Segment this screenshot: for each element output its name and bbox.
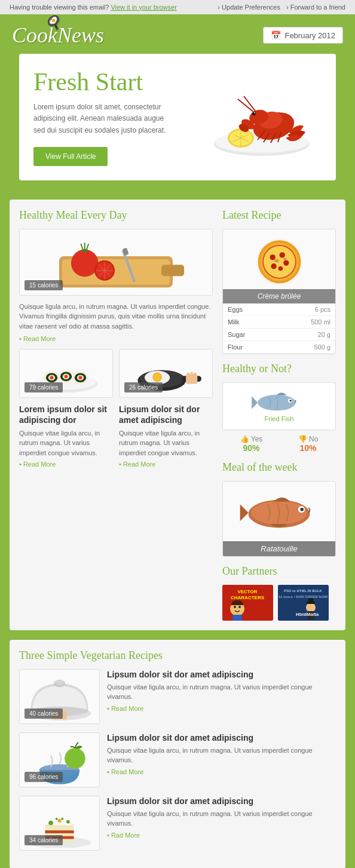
card-1-text: Quisque vitae ligula arcu, in rutrum mag… (19, 428, 113, 458)
svg-point-106 (66, 820, 70, 823)
svg-point-25 (71, 250, 99, 277)
card-1: 79 calories Lorem ipsum dolor sit adipis… (19, 349, 113, 468)
svg-point-89 (306, 603, 316, 612)
veg-item-2-text: Quisque vitae ligula arcu, in rutrum mag… (107, 746, 336, 765)
veg-item-3-read-more[interactable]: Rad More (107, 832, 140, 839)
meal-of-week-section: Meal of the week (222, 461, 336, 557)
logo: 🍳 CookNews (12, 23, 104, 48)
svg-text:12 mocs • $400  ORDER NOW: 12 mocs • $400 ORDER NOW (279, 595, 328, 599)
svg-point-64 (271, 263, 276, 269)
veg-item-3-image-box: 34 calories (19, 796, 100, 851)
svg-point-60 (264, 246, 295, 278)
ingredient-amount-sugar: 20 g (277, 328, 335, 341)
vote-yes-percent: 90% (240, 443, 263, 453)
veg-item-3-content: Lipsum dolor sit dor amet adipiscing Qui… (107, 796, 336, 839)
vote-no-percent: 10% (298, 443, 319, 453)
veg-item-1-text: Quisque vitae ligula arcu, in rutrum mag… (107, 682, 336, 702)
recipe-box: Crème brûlée Eggs 6 pcs Milk 500 ml Suga… (222, 229, 336, 354)
vote-row: 👍 Yes 90% 👎 No 10% (222, 435, 336, 453)
hero-image (202, 72, 322, 162)
right-column: Latest Recipe (222, 209, 336, 621)
svg-point-62 (279, 252, 284, 257)
calorie-badge-main: 15 calories (25, 280, 63, 290)
ingredient-name-sugar: Sugar (223, 328, 277, 341)
svg-point-72 (290, 400, 292, 401)
ratatouille-illustration (237, 489, 321, 533)
partner-vector-characters[interactable]: VECTOR CHARACTERS (222, 585, 273, 621)
svg-point-100 (65, 748, 85, 769)
ingredient-amount-milk: 500 ml (277, 315, 335, 328)
svg-point-52 (154, 374, 161, 381)
recipe-name-bar: Crème brûlée (223, 289, 335, 303)
card-2: 26 calories Lipsum dolor sit dor amet ad… (119, 349, 213, 468)
veg-item-2-content: Lipsum dolor sit dor amet adipiscing Qui… (107, 732, 336, 776)
view-full-article-button[interactable]: View Full Article (33, 147, 108, 166)
hero-title: Fresh Start (33, 68, 202, 96)
meal-week-name-bar: Ratatouille (223, 541, 335, 556)
partners-title: Our Partners (222, 565, 336, 578)
date-badge: 📅 February 2012 (263, 27, 343, 44)
partners-images: VECTOR CHARACTERS (222, 585, 336, 621)
svg-point-109 (61, 818, 63, 820)
two-cards: 79 calories Lorem ipsum dolor sit adipis… (19, 349, 213, 468)
header: 🍳 CookNews 📅 February 2012 (0, 14, 355, 54)
ingredient-row-flour: Flour 500 g (223, 341, 335, 353)
healthy-item-box: Fried Fish (222, 382, 336, 430)
veg-item-2-image-box: 96 calories (19, 732, 100, 787)
top-bar: Having trouble viewing this email? View … (0, 0, 355, 14)
partner-htmlmafia[interactable]: PSD to HTML IN BULK 12 mocs • $400 ORDER… (278, 585, 329, 621)
card-1-read-more[interactable]: Read More (19, 461, 56, 468)
svg-rect-54 (187, 373, 189, 378)
thumbs-up-icon: 👍 (240, 435, 249, 443)
card-2-text: Quisque vitae ligula arcu, in rutrum mag… (119, 428, 213, 458)
card-1-image-box: 79 calories (19, 349, 113, 398)
veg-item-2-read-more[interactable]: Read More (107, 768, 143, 775)
card-2-calorie-badge: 26 calories (124, 382, 163, 392)
veg-item-3-text: Quisque vitae ligula arcu, in rutrum mag… (107, 809, 336, 829)
svg-marker-70 (252, 396, 258, 409)
svg-point-83 (234, 606, 236, 608)
ingredient-name-milk: Milk (223, 315, 277, 328)
veg-item-3: 34 calories Lipsum dolor sit dor amet ad… (19, 796, 336, 851)
svg-point-84 (238, 606, 241, 608)
healthy-meal-title: Healthy Meal Every Day (19, 209, 213, 222)
veg-item-1-calorie: 40 calories (25, 708, 63, 719)
fish-illustration (249, 390, 309, 415)
hero-content: Fresh Start Lorem ipsum dolor sit amet, … (33, 68, 202, 166)
svg-text:HtmlMafia: HtmlMafia (296, 612, 319, 617)
healthy-or-not-section: Healthy or Not? (222, 363, 336, 453)
svg-point-63 (283, 260, 289, 266)
ingredient-name-flour: Flour (223, 341, 277, 353)
svg-point-97 (55, 679, 64, 685)
card-1-title: Lorem ipsum dolor sit adipiscing dor (19, 404, 113, 425)
forward-link[interactable]: Forward to a friend (286, 4, 345, 11)
veg-item-1-content: Lipsum dolor sit dor amet adipiscing Qui… (107, 669, 336, 713)
main-food-image-box: 15 calories (19, 229, 213, 296)
card-2-read-more[interactable]: Read More (119, 461, 155, 468)
svg-rect-22 (161, 265, 184, 277)
veg-item-1-read-more[interactable]: Read More (107, 705, 143, 712)
svg-rect-92 (308, 598, 313, 603)
svg-point-108 (56, 818, 58, 820)
hero-text: Lorem ipsum dolor sit amet, consectetur … (33, 102, 177, 136)
svg-text:PSD to HTML IN BULK: PSD to HTML IN BULK (284, 589, 323, 593)
healthy-item-label: Fried Fish (265, 415, 294, 422)
pizza-illustration (245, 234, 314, 284)
svg-point-77 (300, 508, 304, 511)
vote-yes: 👍 Yes 90% (240, 435, 263, 453)
view-in-browser-link[interactable]: View it in your browser (111, 4, 176, 11)
left-column: Healthy Meal Every Day (19, 209, 213, 621)
vector-characters-banner: VECTOR CHARACTERS (222, 585, 273, 621)
thumbs-down-icon: 👎 (298, 435, 307, 443)
veg-item-2-calorie: 96 calories (25, 772, 63, 782)
partners-section: Our Partners VECTOR CHARACTERS (222, 565, 336, 621)
main-content: Healthy Meal Every Day (10, 200, 345, 630)
svg-point-107 (58, 819, 62, 823)
two-col-layout: Healthy Meal Every Day (19, 209, 336, 621)
svg-rect-85 (232, 615, 242, 621)
update-prefs-link[interactable]: Update Preferences (218, 4, 280, 11)
svg-point-105 (48, 820, 53, 825)
recipe-image (223, 229, 335, 289)
meal-week-title: Meal of the week (222, 461, 336, 474)
main-read-more-link[interactable]: Read More (19, 335, 56, 342)
